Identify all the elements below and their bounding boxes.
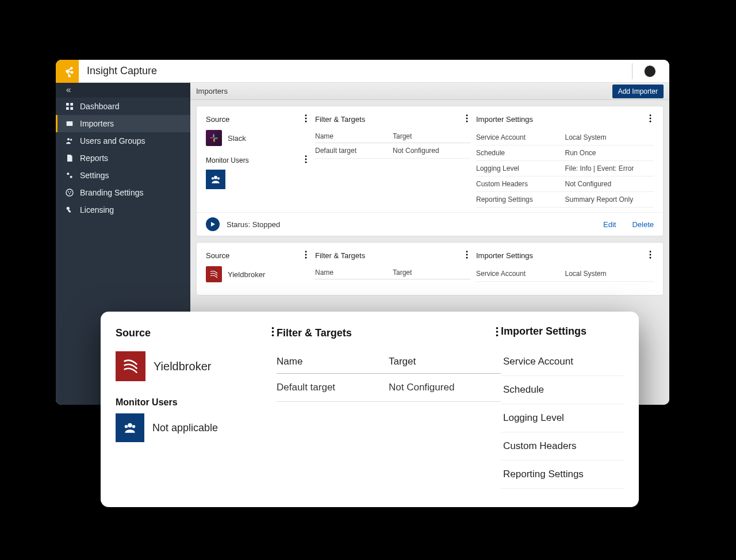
setting-key: Service Account: [476, 270, 565, 278]
svg-point-32: [212, 177, 214, 179]
svg-point-22: [305, 118, 307, 120]
sidebar-item-dashboard[interactable]: Dashboard: [56, 98, 190, 115]
filter-more-icon[interactable]: [463, 250, 470, 262]
sidebar-item-importers[interactable]: Importers: [56, 115, 190, 132]
source-more-icon[interactable]: [302, 113, 309, 125]
user-avatar[interactable]: [644, 66, 656, 77]
svg-rect-24: [213, 134, 214, 137]
filter-targets-heading: Filter & Targets: [315, 115, 365, 124]
setting-key: Logging Level: [476, 164, 565, 172]
monitor-users-icon[interactable]: [116, 413, 144, 442]
yieldbroker-icon: [206, 266, 222, 282]
settings-more-icon[interactable]: [647, 250, 654, 262]
svg-point-42: [305, 257, 307, 259]
svg-point-5: [71, 71, 73, 73]
svg-point-35: [466, 118, 468, 120]
monitor-users-value: Not applicable: [152, 422, 218, 434]
source-name: Yieldbroker: [228, 270, 265, 279]
sidebar-item-label: Licensing: [80, 205, 114, 214]
svg-point-21: [305, 114, 307, 116]
setting-key: Schedule: [501, 376, 624, 404]
svg-point-40: [305, 251, 307, 252]
svg-point-36: [466, 121, 468, 122]
target-name: Default target: [315, 147, 393, 155]
setting-key: Service Account: [476, 133, 565, 141]
monitor-users-icon[interactable]: [206, 170, 225, 189]
svg-rect-27: [214, 137, 218, 139]
source-heading: Source: [206, 115, 229, 124]
svg-rect-8: [70, 103, 73, 106]
setting-key: Custom Headers: [476, 180, 565, 188]
importer-settings-heading: Importer Settings: [476, 115, 533, 124]
svg-point-14: [67, 172, 69, 175]
svg-point-19: [69, 193, 70, 194]
svg-point-49: [272, 327, 274, 329]
svg-rect-25: [210, 137, 213, 139]
sidebar-item-branding[interactable]: Branding Settings: [56, 184, 190, 201]
svg-point-28: [305, 155, 307, 157]
sidebar-item-label: Users and Groups: [80, 136, 145, 145]
svg-point-18: [70, 191, 71, 193]
monitor-users-heading: Monitor Users: [206, 156, 249, 164]
setting-val: Local System: [565, 270, 654, 278]
filter-more-icon[interactable]: [493, 325, 501, 341]
svg-point-20: [67, 207, 70, 210]
monitor-users-more-icon[interactable]: [302, 154, 309, 166]
app-title: Insight Capture: [87, 65, 632, 77]
svg-point-30: [305, 162, 307, 163]
col-name-heading: Name: [315, 132, 393, 140]
svg-point-39: [650, 121, 651, 122]
sidebar-item-users-groups[interactable]: Users and Groups: [56, 132, 190, 149]
svg-point-45: [466, 257, 468, 259]
status-text: Starus: Stopped: [227, 220, 587, 229]
target-value: Not Configured: [389, 382, 501, 393]
source-more-icon[interactable]: [269, 325, 277, 341]
settings-more-icon[interactable]: [647, 113, 654, 125]
svg-point-12: [67, 138, 70, 140]
reports-icon: [64, 154, 75, 163]
filter-targets-heading: Filter & Targets: [315, 251, 365, 260]
svg-rect-26: [213, 139, 214, 142]
importer-card-zoom: Source Yieldbroker Monitor Users Not app…: [101, 312, 639, 507]
svg-point-6: [68, 75, 70, 76]
page-header: Importers Add Importer: [190, 83, 669, 100]
svg-point-13: [70, 139, 72, 140]
svg-point-34: [466, 114, 468, 116]
collapse-sidebar-button[interactable]: [56, 83, 190, 98]
source-name: Yieldbroker: [154, 360, 211, 373]
target-value: Not Configured: [393, 147, 470, 155]
setting-key: Schedule: [476, 149, 565, 157]
col-name-heading: Name: [277, 356, 389, 367]
svg-point-46: [650, 251, 651, 252]
setting-val: Run Once: [565, 149, 654, 157]
sidebar-item-reports[interactable]: Reports: [56, 149, 190, 167]
target-name: Default target: [277, 382, 389, 393]
svg-point-50: [272, 331, 274, 333]
svg-point-33: [217, 177, 220, 179]
svg-point-48: [650, 257, 651, 259]
app-logo-icon: [56, 60, 79, 83]
delete-link[interactable]: Delete: [632, 220, 654, 229]
setting-val: Not Configured: [565, 180, 654, 188]
filter-more-icon[interactable]: [463, 113, 470, 125]
source-more-icon[interactable]: [302, 250, 309, 262]
add-importer-button[interactable]: Add Importer: [612, 85, 664, 98]
edit-link[interactable]: Edit: [603, 220, 616, 229]
svg-point-43: [466, 251, 468, 252]
sidebar-item-settings[interactable]: Settings: [56, 167, 190, 184]
dashboard-icon: [64, 102, 75, 111]
svg-point-31: [214, 176, 217, 179]
importers-icon: [64, 119, 75, 128]
play-button[interactable]: [206, 217, 220, 231]
source-name: Slack: [228, 134, 246, 143]
sidebar-item-licensing[interactable]: Licensing: [56, 201, 190, 218]
setting-key: Custom Headers: [501, 432, 624, 461]
svg-point-56: [496, 331, 499, 333]
col-target-heading: Target: [393, 132, 470, 140]
svg-point-38: [650, 118, 651, 120]
svg-point-41: [305, 254, 307, 256]
setting-key: Logging Level: [501, 404, 624, 432]
page-title: Importers: [196, 87, 612, 95]
svg-point-51: [272, 335, 274, 337]
svg-point-16: [66, 189, 73, 196]
